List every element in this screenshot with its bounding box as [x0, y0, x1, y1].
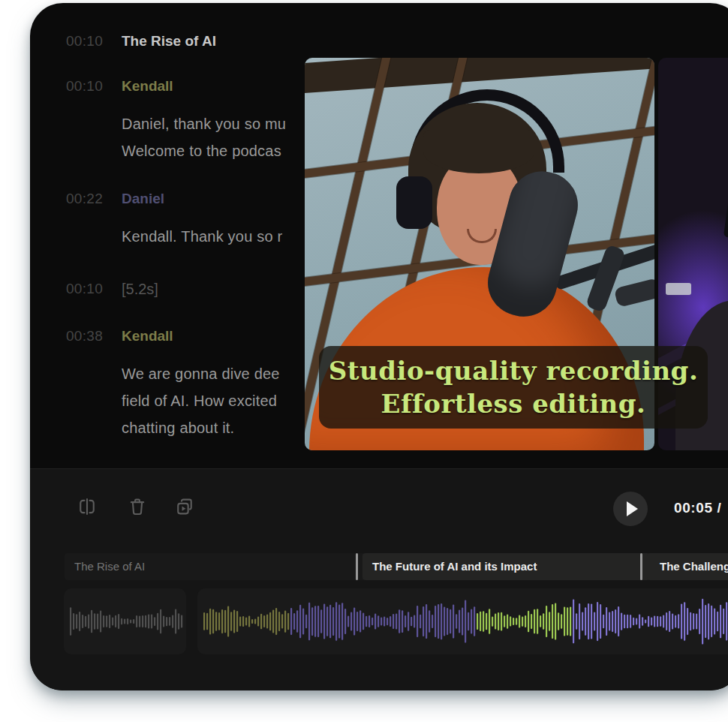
transcript-line[interactable]: field of AI. How excited — [122, 393, 277, 410]
silence-gap[interactable]: [5.2s] — [122, 281, 158, 298]
timeline-panel: 00:05 / The Rise of AI The Future of AI … — [30, 468, 728, 690]
play-icon — [627, 501, 638, 516]
trash-icon[interactable] — [127, 496, 148, 517]
timestamp[interactable]: 00:10 — [66, 33, 103, 50]
chapter-segment-1[interactable]: The Rise of AI — [65, 553, 366, 580]
clips-icon[interactable] — [174, 496, 195, 517]
mic-silhouette — [723, 170, 728, 238]
caption-line-1: Studio-quality recording. — [329, 354, 698, 387]
play-button[interactable] — [613, 492, 648, 526]
transcript-line[interactable]: Welcome to the podcas — [122, 143, 281, 160]
app-window: 00:10The Rise of AI00:10KendallDaniel, t… — [30, 3, 728, 690]
transcript-line[interactable]: We are gonna dive dee — [122, 366, 280, 383]
video-caption: Studio-quality recording. Effortless edi… — [319, 346, 708, 429]
chapter-segment-2[interactable]: The Future of AI and its Impact — [362, 553, 650, 580]
timestamp[interactable]: 00:22 — [66, 191, 103, 207]
chapter-segment-3[interactable]: The Challeng — [647, 553, 728, 580]
transcript-line[interactable]: Daniel, thank you so mu — [122, 116, 286, 133]
split-icon[interactable] — [77, 496, 98, 517]
time-display: 00:05 / — [674, 500, 721, 516]
waveform-clip-1[interactable] — [64, 588, 186, 654]
speaker-name: Daniel — [122, 191, 164, 207]
speaker-name: Kendall — [122, 78, 173, 95]
chapter-heading[interactable]: The Rise of AI — [122, 33, 216, 50]
caption-line-2: Effortless editing. — [381, 387, 646, 420]
timestamp[interactable]: 00:38 — [66, 328, 103, 344]
headphone-earcup — [396, 176, 432, 229]
chapter-divider-handle[interactable] — [640, 553, 642, 580]
waveform-graphic — [64, 588, 186, 654]
desk-prop — [666, 283, 691, 295]
transcript-line[interactable]: chatting about it. — [122, 420, 234, 437]
mic-mount — [614, 278, 654, 308]
waveform-graphic — [197, 588, 728, 654]
timestamp[interactable]: 00:10 — [66, 281, 103, 297]
timestamp[interactable]: 00:10 — [66, 78, 103, 95]
speaker-fringe — [423, 130, 534, 173]
transcript-line[interactable]: Kendall. Thank you so r — [122, 228, 282, 245]
chapter-divider-handle[interactable] — [356, 553, 358, 580]
speaker-name: Kendall — [122, 328, 173, 344]
waveform-clip-2[interactable] — [197, 588, 728, 654]
